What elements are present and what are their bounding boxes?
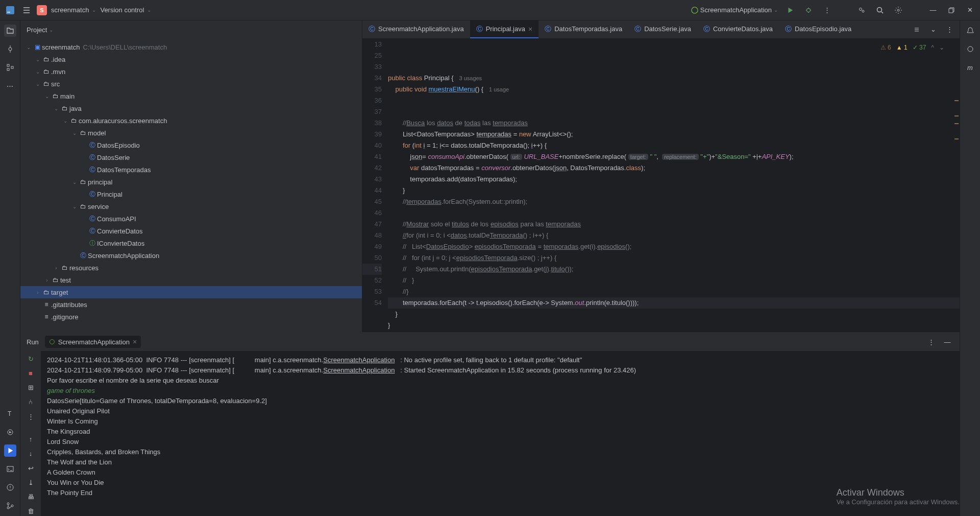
code-line[interactable]: List<DatosTemporadas> temporadas = new A…: [388, 129, 960, 140]
ide-logo-icon[interactable]: [4, 4, 16, 16]
tree-item[interactable]: ⒸDatosTemporadas: [20, 163, 362, 176]
editor-gutter[interactable]: 1325333435363738394041424344454647484950…: [362, 39, 388, 332]
code-line[interactable]: //temporadas.forEach(System.out::println…: [388, 196, 960, 207]
editor-tab[interactable]: ⒸScreenmatchApplication.java: [362, 20, 470, 38]
rerun-icon[interactable]: ↻: [24, 354, 37, 363]
soft-wrap-icon[interactable]: ↩: [24, 463, 37, 473]
bookmarks-tool-icon[interactable]: T: [4, 408, 16, 420]
terminal-tool-icon[interactable]: [4, 463, 16, 475]
run-panel-hide-icon[interactable]: —: [941, 336, 953, 348]
tree-item[interactable]: ⌄🗀principal: [20, 176, 362, 188]
code-line[interactable]: //}: [388, 286, 960, 297]
editor-tab[interactable]: ⒸDatosEpisodio.java: [779, 20, 857, 38]
run-config-selector[interactable]: ScreenmatchApplication ⌄: [691, 6, 778, 14]
run-console[interactable]: 2024-10-21T11:48:01.366-05:00 INFO 7748 …: [41, 351, 960, 516]
search-icon[interactable]: [874, 4, 886, 16]
project-tool-icon[interactable]: [4, 25, 16, 37]
inspection-bar[interactable]: ⚠ 6 ▲ 1 ✓ 37 ^ ⌄: [877, 41, 947, 54]
code-line[interactable]: [388, 95, 960, 106]
tree-item[interactable]: ›🗀target: [20, 286, 362, 298]
editor-tab[interactable]: ⒸConvierteDatos.java: [697, 20, 779, 38]
code-line[interactable]: // }: [388, 275, 960, 286]
code-line[interactable]: [388, 331, 960, 332]
editor-tab[interactable]: ⒸDatosTemporadas.java: [538, 20, 628, 38]
code-line[interactable]: //for (int i = 0; i <datos.totalDeTempor…: [388, 230, 960, 241]
run-tool-icon[interactable]: [4, 444, 16, 457]
more-run-icon[interactable]: ⋮: [821, 4, 833, 16]
project-tree[interactable]: ⌄▣screenmatchC:\Users\DELL\screenmatch⌄🗀…: [20, 39, 362, 332]
code-line[interactable]: }: [388, 309, 960, 320]
run-tab[interactable]: ScreenmatchApplication ×: [45, 336, 141, 348]
code-line[interactable]: [388, 106, 960, 118]
tab-list-icon[interactable]: [911, 24, 923, 36]
tree-item[interactable]: ≡.gitignore: [20, 311, 362, 323]
stop-icon[interactable]: ■: [24, 368, 37, 378]
code-line[interactable]: }: [388, 185, 960, 196]
notifications-icon[interactable]: [964, 25, 976, 37]
services-tool-icon[interactable]: [4, 426, 16, 438]
maven-tool-icon[interactable]: m: [964, 61, 976, 74]
tree-item[interactable]: ⌄🗀main: [20, 90, 362, 102]
code-line[interactable]: }: [388, 320, 960, 331]
window-minimize-icon[interactable]: —: [927, 4, 939, 16]
tree-item[interactable]: ⌄🗀.mvn: [20, 65, 362, 78]
print-icon[interactable]: 🖶: [24, 492, 37, 501]
run-button[interactable]: [784, 4, 796, 16]
code-line[interactable]: // System.out.println(episodiosTemporada…: [388, 264, 960, 275]
tree-item[interactable]: ⒸScreenmatchApplication: [20, 249, 362, 262]
commit-tool-icon[interactable]: [4, 43, 16, 55]
console-more-icon[interactable]: ⋮: [24, 412, 37, 421]
editor-tab[interactable]: ⒸDatosSerie.java: [628, 20, 697, 38]
tree-item[interactable]: ⌄🗀.idea: [20, 53, 362, 65]
problems-tool-icon[interactable]: [4, 481, 16, 494]
main-menu-icon[interactable]: [20, 4, 33, 16]
scroll-up-icon[interactable]: ↑: [24, 434, 37, 443]
tree-item[interactable]: ⌄🗀com.aluracursos.screenmatch: [20, 114, 362, 127]
code-line[interactable]: public void muestraElMenu() { 1 usage: [388, 84, 960, 95]
tree-item[interactable]: ⒾIConvierteDatos: [20, 237, 362, 249]
tree-item[interactable]: ⌄🗀src: [20, 78, 362, 90]
layout-icon[interactable]: ⊞: [24, 383, 37, 392]
ai-assistant-icon[interactable]: [964, 43, 976, 55]
window-restore-icon[interactable]: [945, 4, 958, 16]
editor-code[interactable]: public class Principal { 3 usages public…: [388, 39, 960, 332]
more-tool-icon[interactable]: ⋯: [4, 80, 16, 92]
tab-dropdown-icon[interactable]: ⌄: [927, 24, 939, 36]
settings-icon[interactable]: [892, 4, 904, 16]
tree-item[interactable]: ⌄🗀service: [20, 200, 362, 213]
tree-item[interactable]: ⌄🗀java: [20, 102, 362, 114]
window-close-icon[interactable]: ✕: [964, 4, 976, 16]
editor-tab[interactable]: ⒸPrincipal.java×: [470, 20, 539, 38]
tab-more-icon[interactable]: ⋮: [943, 24, 955, 36]
run-tab-close-icon[interactable]: ×: [133, 338, 137, 346]
code-line[interactable]: var datosTemporadas = conversor.obtenerD…: [388, 162, 960, 174]
structure-tool-icon[interactable]: [4, 61, 16, 74]
filter-icon[interactable]: ⑃: [24, 397, 37, 407]
code-with-me-icon[interactable]: [855, 4, 868, 16]
scroll-end-icon[interactable]: ⤓: [24, 478, 37, 487]
editor-body[interactable]: ⚠ 6 ▲ 1 ✓ 37 ^ ⌄ 13253334353637383940414…: [362, 39, 960, 332]
vcs-menu[interactable]: Version control: [100, 6, 151, 14]
tree-item[interactable]: ⒸDatosEpisodio: [20, 139, 362, 151]
code-line[interactable]: // for (int j = 0; j <episodiosTemporada…: [388, 252, 960, 264]
code-line[interactable]: //Mostrar solo el titulos de los episodi…: [388, 219, 960, 230]
debug-button[interactable]: [802, 4, 815, 16]
tree-item[interactable]: ⒸConsumoAPI: [20, 213, 362, 225]
tree-item[interactable]: ⒸDatosSerie: [20, 151, 362, 163]
tree-item[interactable]: ›🗀resources: [20, 262, 362, 274]
project-selector[interactable]: screenmatch: [51, 6, 96, 14]
code-line[interactable]: temporadas.forEach(t -> t.episodios().fo…: [388, 297, 960, 309]
project-panel-header[interactable]: Project ⌄: [20, 20, 362, 39]
code-line[interactable]: // List<DatosEpisodio> episodiosTemporad…: [388, 241, 960, 252]
tree-item[interactable]: ≡.gitattributes: [20, 298, 362, 311]
code-line[interactable]: public class Principal { 3 usages: [388, 73, 960, 84]
code-line[interactable]: temporadas.add(datosTemporadas);: [388, 174, 960, 185]
tree-item[interactable]: ›🗀test: [20, 274, 362, 286]
scroll-down-icon[interactable]: ↓: [24, 449, 37, 458]
code-line[interactable]: [388, 207, 960, 219]
code-line[interactable]: json= consumoApi.obtenerDatos( url: URL_…: [388, 151, 960, 162]
tree-root[interactable]: ⌄▣screenmatchC:\Users\DELL\screenmatch: [20, 41, 362, 53]
tab-close-icon[interactable]: ×: [528, 25, 532, 33]
tree-item[interactable]: ⒸConvierteDatos: [20, 225, 362, 237]
code-line[interactable]: for (int i = 1; i<= datos.totalDeTempora…: [388, 140, 960, 151]
